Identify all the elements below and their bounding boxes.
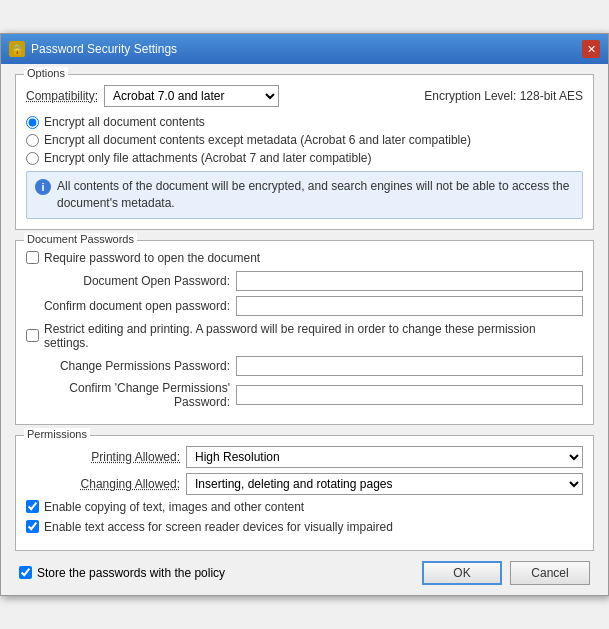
info-box: i All contents of the document will be e…	[26, 171, 583, 219]
dialog-icon: 🔒	[9, 41, 25, 57]
title-bar-left: 🔒 Password Security Settings	[9, 41, 177, 57]
permissions-section-label: Permissions	[24, 428, 90, 440]
options-content: Compatibility: Acrobat 3.0 and later Acr…	[26, 83, 583, 219]
open-password-label: Document Open Password:	[36, 274, 236, 288]
ok-button[interactable]: OK	[422, 561, 502, 585]
open-password-checkbox-row: Require password to open the document	[26, 251, 583, 265]
screen-reader-checkbox[interactable]	[26, 520, 39, 533]
store-passwords-checkbox[interactable]	[19, 566, 32, 579]
footer: Store the passwords with the policy OK C…	[15, 561, 594, 585]
open-password-input[interactable]	[236, 271, 583, 291]
dialog-buttons: OK Cancel	[422, 561, 590, 585]
restrict-editing-checkbox[interactable]	[26, 329, 39, 342]
title-bar: 🔒 Password Security Settings ✕	[1, 34, 608, 64]
confirm-perms-row: Confirm 'Change Permissions' Password:	[26, 381, 583, 409]
radio-encrypt-all-label: Encrypt all document contents	[44, 115, 205, 129]
printing-row: Printing Allowed: None Low Resolution (1…	[26, 446, 583, 468]
screen-reader-label: Enable text access for screen reader dev…	[44, 520, 393, 534]
radio-option-2: Encrypt all document contents except met…	[26, 133, 583, 147]
store-checkbox-row: Store the passwords with the policy	[19, 566, 225, 580]
password-security-dialog: 🔒 Password Security Settings ✕ Options C…	[0, 33, 609, 596]
encryption-level: Encryption Level: 128-bit AES	[424, 89, 583, 103]
require-open-password-checkbox[interactable]	[26, 251, 39, 264]
permissions-content: Printing Allowed: None Low Resolution (1…	[26, 444, 583, 534]
change-perms-label: Change Permissions Password:	[36, 359, 236, 373]
radio-encrypt-attachments[interactable]	[26, 152, 39, 165]
passwords-section: Document Passwords Require password to o…	[15, 240, 594, 425]
radio-encrypt-all[interactable]	[26, 116, 39, 129]
store-passwords-label: Store the passwords with the policy	[37, 566, 225, 580]
dialog-body: Options Compatibility: Acrobat 3.0 and l…	[1, 64, 608, 595]
restrict-checkbox-row: Restrict editing and printing. A passwor…	[26, 322, 583, 350]
radio-encrypt-except-meta[interactable]	[26, 134, 39, 147]
confirm-perms-input[interactable]	[236, 385, 583, 405]
changing-label: Changing Allowed:	[36, 477, 186, 491]
options-section-label: Options	[24, 67, 68, 79]
info-icon: i	[35, 179, 51, 195]
changing-row: Changing Allowed: None Inserting, deleti…	[26, 473, 583, 495]
radio-encrypt-except-meta-label: Encrypt all document contents except met…	[44, 133, 471, 147]
changing-select[interactable]: None Inserting, deleting and rotating pa…	[186, 473, 583, 495]
printing-select[interactable]: None Low Resolution (150 dpi) High Resol…	[186, 446, 583, 468]
radio-encrypt-attachments-label: Encrypt only file attachments (Acrobat 7…	[44, 151, 372, 165]
confirm-perms-label: Confirm 'Change Permissions' Password:	[36, 381, 236, 409]
options-section: Options Compatibility: Acrobat 3.0 and l…	[15, 74, 594, 230]
compatibility-row: Compatibility: Acrobat 3.0 and later Acr…	[26, 85, 583, 107]
cancel-button[interactable]: Cancel	[510, 561, 590, 585]
open-password-row: Document Open Password:	[26, 271, 583, 291]
copy-content-checkbox[interactable]	[26, 500, 39, 513]
confirm-open-password-row: Confirm document open password:	[26, 296, 583, 316]
confirm-open-password-input[interactable]	[236, 296, 583, 316]
change-perms-input[interactable]	[236, 356, 583, 376]
close-button[interactable]: ✕	[582, 40, 600, 58]
dialog-title: Password Security Settings	[31, 42, 177, 56]
info-text: All contents of the document will be enc…	[57, 178, 574, 212]
permissions-section: Permissions Printing Allowed: None Low R…	[15, 435, 594, 551]
encryption-label: Encryption Level:	[424, 89, 516, 103]
passwords-content: Require password to open the document Do…	[26, 249, 583, 409]
radio-option-1: Encrypt all document contents	[26, 115, 583, 129]
restrict-editing-label: Restrict editing and printing. A passwor…	[44, 322, 583, 350]
screen-reader-checkbox-row: Enable text access for screen reader dev…	[26, 520, 583, 534]
compatibility-label: Compatibility:	[26, 89, 98, 103]
require-open-password-label: Require password to open the document	[44, 251, 260, 265]
copy-checkbox-row: Enable copying of text, images and other…	[26, 500, 583, 514]
compatibility-select[interactable]: Acrobat 3.0 and later Acrobat 5.0 and la…	[104, 85, 279, 107]
confirm-open-password-label: Confirm document open password:	[36, 299, 236, 313]
printing-label: Printing Allowed:	[36, 450, 186, 464]
copy-content-label: Enable copying of text, images and other…	[44, 500, 304, 514]
passwords-section-label: Document Passwords	[24, 233, 137, 245]
radio-option-3: Encrypt only file attachments (Acrobat 7…	[26, 151, 583, 165]
change-perms-row: Change Permissions Password:	[26, 356, 583, 376]
encryption-value: 128-bit AES	[520, 89, 583, 103]
